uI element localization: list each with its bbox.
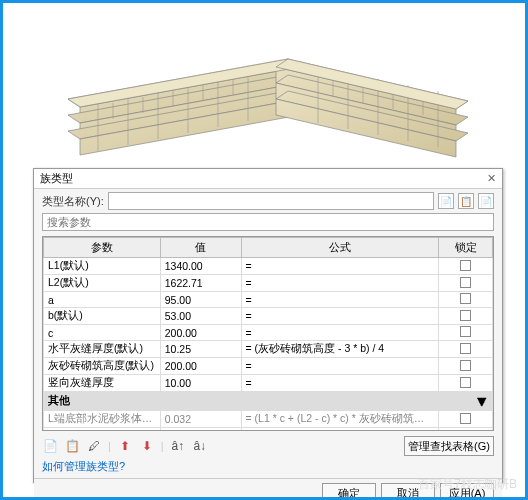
cell-formula[interactable]: = (L1 * c + (L2 - c) * c) * 灰砂砖砌筑高度 - a (241, 411, 439, 428)
table-row[interactable]: L端底部灰砂砖总个数(默认)80= n1 * 2 + n2 * 2 + n3 *… (44, 428, 493, 432)
table-row[interactable]: L1(默认)1340.00= (44, 258, 493, 275)
cell-lock[interactable] (439, 325, 493, 341)
cell-value[interactable]: 10.00 (160, 375, 241, 392)
lookup-tables-button[interactable]: 管理查找表格(G) (404, 436, 494, 456)
lock-checkbox[interactable] (460, 260, 471, 271)
close-icon[interactable]: ✕ (487, 172, 496, 185)
cell-param[interactable]: L1(默认) (44, 258, 161, 275)
cell-param[interactable]: 灰砂砖砌筑高度(默认) (44, 358, 161, 375)
cell-lock[interactable] (439, 258, 493, 275)
cell-lock[interactable] (439, 428, 493, 432)
cell-formula[interactable]: = (241, 375, 439, 392)
cell-value[interactable]: 53.00 (160, 308, 241, 325)
cell-formula[interactable]: = (241, 358, 439, 375)
lock-checkbox[interactable] (460, 413, 471, 424)
lock-checkbox[interactable] (460, 343, 471, 354)
cell-param[interactable]: 竖向灰缝厚度 (44, 375, 161, 392)
col-lock[interactable]: 锁定 (439, 238, 493, 258)
cell-param[interactable]: L端底部灰砂砖总个数(默认) (44, 428, 161, 432)
move-down-icon[interactable]: ⬇ (139, 438, 155, 454)
table-row[interactable]: b(默认)53.00= (44, 308, 493, 325)
cell-value[interactable]: 10.25 (160, 341, 241, 358)
table-row[interactable]: 水平灰缝厚度(默认)10.25= (灰砂砖砌筑高度 - 3 * b) / 4 (44, 341, 493, 358)
wall-model-preview (63, 11, 483, 166)
cell-value[interactable]: 200.00 (160, 358, 241, 375)
cell-param[interactable]: 水平灰缝厚度(默认) (44, 341, 161, 358)
lock-checkbox[interactable] (460, 293, 471, 304)
new-type-icon[interactable]: 📄 (438, 193, 454, 209)
cell-lock[interactable] (439, 358, 493, 375)
sort-desc-icon[interactable]: â↓ (192, 438, 208, 454)
parameter-table[interactable]: 参数 值 公式 锁定 L1(默认)1340.00=L2(默认)1622.71=a… (42, 236, 494, 431)
table-row[interactable]: 竖向灰缝厚度10.00= (44, 375, 493, 392)
cell-param[interactable]: c (44, 325, 161, 341)
cell-value[interactable]: 95.00 (160, 292, 241, 308)
cell-value[interactable]: 80 (160, 428, 241, 432)
table-row[interactable]: L2(默认)1622.71= (44, 275, 493, 292)
cell-formula[interactable]: = (241, 325, 439, 341)
cell-value[interactable]: 1340.00 (160, 258, 241, 275)
move-up-icon[interactable]: ⬆ (117, 438, 133, 454)
sort-asc-icon[interactable]: â↑ (170, 438, 186, 454)
cell-formula[interactable]: = (241, 258, 439, 275)
cell-lock[interactable] (439, 375, 493, 392)
param-toolbar: 📄 📋 🖊 | ⬆ ⬇ | â↑ â↓ 管理查找表格(G) (34, 433, 502, 459)
modify-param-icon[interactable]: 📋 (64, 438, 80, 454)
table-row[interactable]: c200.00= (44, 325, 493, 341)
group-row-other[interactable]: 其他⯆ (44, 392, 493, 411)
new-param-icon[interactable]: 📄 (42, 438, 58, 454)
cell-formula[interactable]: = (241, 308, 439, 325)
cell-lock[interactable] (439, 308, 493, 325)
cell-param[interactable]: b(默认) (44, 308, 161, 325)
dialog-title: 族类型 (40, 171, 73, 186)
table-row[interactable]: 灰砂砖砌筑高度(默认)200.00= (44, 358, 493, 375)
col-value[interactable]: 值 (160, 238, 241, 258)
lock-checkbox[interactable] (460, 277, 471, 288)
table-row[interactable]: L端底部水泥砂浆体积(默认)0.032= (L1 * c + (L2 - c) … (44, 411, 493, 428)
type-name-input[interactable] (108, 192, 434, 210)
table-row[interactable]: a95.00= (44, 292, 493, 308)
cell-param[interactable]: L2(默认) (44, 275, 161, 292)
cell-param[interactable]: L端底部水泥砂浆体积(默认) (44, 411, 161, 428)
cell-param[interactable]: a (44, 292, 161, 308)
lock-checkbox[interactable] (460, 430, 471, 432)
search-params-input[interactable] (42, 213, 494, 231)
cell-value[interactable]: 0.032 (160, 411, 241, 428)
duplicate-type-icon[interactable]: 📋 (458, 193, 474, 209)
cell-formula[interactable]: = (241, 275, 439, 292)
lock-checkbox[interactable] (460, 310, 471, 321)
lock-checkbox[interactable] (460, 326, 471, 337)
cell-lock[interactable] (439, 275, 493, 292)
cell-lock[interactable] (439, 341, 493, 358)
cell-lock[interactable] (439, 411, 493, 428)
cell-value[interactable]: 1622.71 (160, 275, 241, 292)
cell-formula[interactable]: = (灰砂砖砌筑高度 - 3 * b) / 4 (241, 341, 439, 358)
cell-value[interactable]: 200.00 (160, 325, 241, 341)
family-types-dialog: 族类型 ✕ 类型名称(Y): 📄 📋 📄 参数 值 公式 锁定 L1(默认)13… (33, 168, 503, 483)
rename-type-icon[interactable]: 📄 (478, 193, 494, 209)
col-formula[interactable]: 公式 (241, 238, 439, 258)
delete-param-icon[interactable]: 🖊 (86, 438, 102, 454)
type-name-label: 类型名称(Y): (42, 194, 104, 209)
lock-checkbox[interactable] (460, 360, 471, 371)
col-param[interactable]: 参数 (44, 238, 161, 258)
watermark-text: 百家号7枝志咖研B (418, 476, 517, 493)
lock-checkbox[interactable] (460, 377, 471, 388)
cell-formula[interactable]: = (241, 292, 439, 308)
ok-button[interactable]: 确定 (322, 483, 376, 500)
cell-lock[interactable] (439, 292, 493, 308)
cell-formula[interactable]: = n1 * 2 + n2 * 2 + n3 * 2 + n4 * 2 + n (241, 428, 439, 432)
dialog-titlebar: 族类型 ✕ (34, 169, 502, 189)
